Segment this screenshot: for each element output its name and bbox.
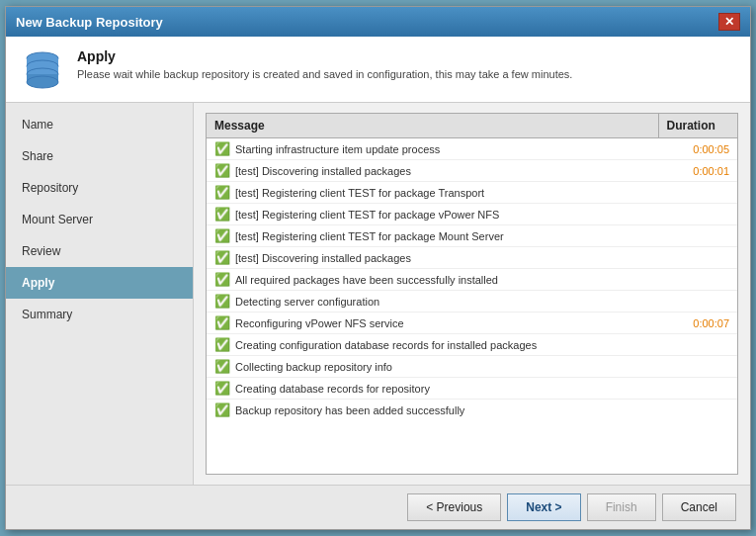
log-row: ✅Creating configuration database records…: [207, 334, 737, 356]
sidebar-item-mount-server[interactable]: Mount Server: [6, 204, 193, 235]
log-duration: 0:00:01: [658, 160, 737, 182]
log-message: ✅[test] Discovering installed packages: [207, 247, 658, 269]
log-message: ✅Collecting backup repository info: [207, 356, 658, 378]
check-icon: ✅: [214, 207, 230, 222]
log-message: ✅Starting infrastructure item update pro…: [207, 138, 658, 160]
header-db-icon: [22, 48, 63, 90]
log-row: ✅Starting infrastructure item update pro…: [207, 138, 737, 160]
check-icon: ✅: [214, 141, 230, 156]
log-message-text: Creating database records for repository: [235, 383, 430, 395]
col-duration: Duration: [658, 114, 737, 138]
log-message-text: [test] Registering client TEST for packa…: [235, 230, 504, 242]
log-duration: [658, 400, 737, 421]
check-icon: ✅: [214, 359, 230, 374]
log-row: ✅[test] Registering client TEST for pack…: [207, 204, 737, 225]
sidebar-item-share[interactable]: Share: [6, 140, 193, 172]
log-message-text: [test] Discovering installed packages: [235, 252, 411, 264]
content-area: NameShareRepositoryMount ServerReviewApp…: [6, 103, 750, 485]
svg-point-6: [27, 76, 58, 88]
log-message-text: [test] Discovering installed packages: [235, 165, 411, 177]
log-row: ✅[test] Discovering installed packages: [207, 247, 737, 269]
finish-button[interactable]: Finish: [587, 493, 656, 521]
log-row: ✅Detecting server configuration: [207, 291, 737, 313]
log-duration: [658, 247, 737, 269]
check-icon: ✅: [214, 315, 230, 330]
log-message: ✅[test] Registering client TEST for pack…: [207, 182, 658, 204]
sidebar-item-review[interactable]: Review: [6, 235, 193, 267]
check-icon: ✅: [214, 272, 230, 287]
log-message-text: Starting infrastructure item update proc…: [235, 143, 440, 155]
log-duration: [658, 182, 737, 204]
log-duration: [658, 225, 737, 247]
log-duration: [658, 269, 737, 291]
close-button[interactable]: ✕: [718, 13, 740, 31]
sidebar-item-repository[interactable]: Repository: [6, 172, 193, 204]
title-bar: New Backup Repository ✕: [6, 7, 750, 37]
log-message-text: Collecting backup repository info: [235, 361, 392, 373]
footer: < Previous Next > Finish Cancel: [6, 485, 750, 529]
cancel-button[interactable]: Cancel: [662, 493, 736, 521]
log-row: ✅Creating database records for repositor…: [207, 378, 737, 400]
log-duration: [658, 356, 737, 378]
check-icon: ✅: [214, 185, 230, 200]
window-title: New Backup Repository: [16, 15, 163, 30]
log-message: ✅Backup repository has been added succes…: [207, 400, 658, 421]
check-icon: ✅: [214, 402, 230, 417]
col-message: Message: [207, 114, 658, 138]
log-duration: 0:00:07: [658, 313, 737, 334]
log-row: ✅All required packages have been success…: [207, 269, 737, 291]
log-message-text: [test] Registering client TEST for packa…: [235, 187, 484, 199]
sidebar-item-summary[interactable]: Summary: [6, 299, 193, 330]
check-icon: ✅: [214, 163, 230, 178]
log-duration: [658, 334, 737, 356]
log-duration: [658, 378, 737, 400]
log-message: ✅[test] Discovering installed packages: [207, 160, 658, 182]
log-duration: 0:00:05: [658, 138, 737, 160]
log-message: ✅All required packages have been success…: [207, 269, 658, 291]
log-message-text: Reconfiguring vPower NFS service: [235, 317, 404, 329]
log-message: ✅Creating database records for repositor…: [207, 378, 658, 400]
log-row: ✅[test] Discovering installed packages0:…: [207, 160, 737, 182]
header-title: Apply: [77, 48, 572, 64]
log-row: ✅[test] Registering client TEST for pack…: [207, 225, 737, 247]
check-icon: ✅: [214, 228, 230, 243]
log-message-text: [test] Registering client TEST for packa…: [235, 209, 499, 221]
main-content: Message Duration ✅Starting infrastructur…: [194, 103, 750, 485]
header-section: Apply Please wait while backup repositor…: [6, 37, 750, 103]
check-icon: ✅: [214, 381, 230, 396]
header-description: Please wait while backup repository is c…: [77, 67, 572, 82]
check-icon: ✅: [214, 337, 230, 352]
check-icon: ✅: [214, 250, 230, 265]
log-message-text: All required packages have been successf…: [235, 274, 498, 286]
log-row: ✅[test] Registering client TEST for pack…: [207, 182, 737, 204]
log-message: ✅Creating configuration database records…: [207, 334, 658, 356]
log-duration: [658, 291, 737, 313]
log-message-text: Detecting server configuration: [235, 296, 379, 308]
log-message: ✅Detecting server configuration: [207, 291, 658, 313]
log-duration: [658, 204, 737, 225]
previous-button[interactable]: < Previous: [407, 493, 501, 521]
log-table: Message Duration ✅Starting infrastructur…: [206, 113, 738, 475]
sidebar-item-name[interactable]: Name: [6, 109, 193, 140]
log-message-text: Creating configuration database records …: [235, 339, 537, 351]
sidebar: NameShareRepositoryMount ServerReviewApp…: [6, 103, 194, 485]
sidebar-item-apply[interactable]: Apply: [6, 267, 193, 299]
log-message-text: Backup repository has been added success…: [235, 404, 464, 416]
next-button[interactable]: Next >: [507, 493, 580, 521]
check-icon: ✅: [214, 294, 230, 309]
log-message: ✅[test] Registering client TEST for pack…: [207, 204, 658, 225]
main-window: New Backup Repository ✕ Apply Please wai…: [5, 6, 751, 530]
log-message: ✅[test] Registering client TEST for pack…: [207, 225, 658, 247]
log-row: ✅Collecting backup repository info: [207, 356, 737, 378]
log-message: ✅Reconfiguring vPower NFS service: [207, 313, 658, 334]
log-row: ✅Backup repository has been added succes…: [207, 400, 737, 421]
log-row: ✅Reconfiguring vPower NFS service0:00:07: [207, 313, 737, 334]
header-text: Apply Please wait while backup repositor…: [77, 48, 572, 82]
